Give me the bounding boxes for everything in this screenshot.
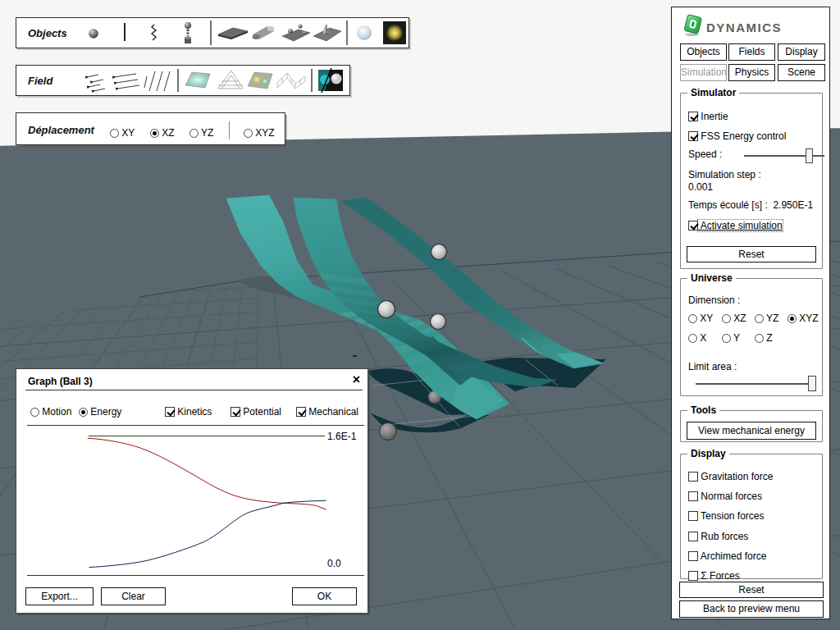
svg-text:0.0: 0.0 [327,558,341,569]
svg-text:1.6E-1: 1.6E-1 [327,431,357,442]
